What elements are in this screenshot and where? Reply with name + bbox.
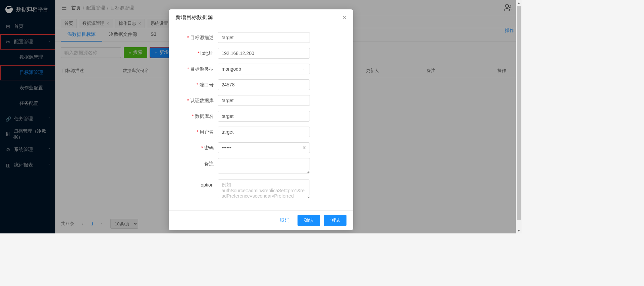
type-select[interactable]: mongodb ⌄ [218, 64, 310, 74]
form-label: *端口号 [177, 79, 218, 90]
chevron-down-icon: ⌄ [303, 67, 306, 71]
form-row-dbname: *数据库名 [177, 111, 345, 122]
select-value: mongodb [222, 66, 241, 72]
form-row-authdb: *认证数据库 [177, 95, 345, 106]
form-label: option [177, 180, 218, 190]
form-label: 备注 [177, 158, 218, 169]
authdb-input[interactable] [218, 95, 310, 106]
password-input[interactable] [218, 142, 310, 153]
form-row-password: *密码 👁 [177, 142, 345, 153]
form-label: *认证数据库 [177, 95, 218, 106]
remark-input[interactable] [218, 158, 310, 173]
form-row-desc: *目标源描述 [177, 32, 345, 43]
form-row-option: option [177, 180, 345, 199]
modal-body: *目标源描述 *ip地址 *目标源类型 mongodb ⌄ [169, 26, 353, 210]
ip-input[interactable] [218, 48, 310, 59]
form-row-port: *端口号 [177, 79, 345, 90]
dbname-input[interactable] [218, 111, 310, 122]
form-label: *目标源描述 [177, 32, 218, 43]
form-row-user: *用户名 [177, 127, 345, 137]
modal: 新增目标数据源 ✕ *目标源描述 *ip地址 *目标源类型 mongodb [169, 9, 353, 230]
scrollbar[interactable]: ▲ ▼ [516, 0, 522, 233]
scroll-up-icon[interactable]: ▲ [516, 0, 522, 6]
option-input[interactable] [218, 180, 310, 198]
modal-footer: 取消 确认 测试 [169, 210, 353, 230]
modal-header: 新增目标数据源 ✕ [169, 9, 353, 26]
form-label: *数据库名 [177, 111, 218, 122]
form-label: *ip地址 [177, 48, 218, 59]
scroll-down-icon[interactable]: ▼ [516, 228, 522, 233]
eye-icon[interactable]: 👁 [302, 145, 307, 150]
user-input[interactable] [218, 127, 310, 137]
modal-mask[interactable]: 新增目标数据源 ✕ *目标源描述 *ip地址 *目标源类型 mongodb [0, 0, 522, 233]
form-row-type: *目标源类型 mongodb ⌄ [177, 64, 345, 74]
form-row-remark: 备注 [177, 158, 345, 174]
form-label: *用户名 [177, 127, 218, 137]
scrollbar-thumb[interactable] [517, 6, 521, 220]
form-label: *目标源类型 [177, 64, 218, 74]
app-root: 数据归档平台 ⊞ 首页 ✂ 配置管理 ˄ 数据源管理 目标源管理 表作业配置 任… [0, 0, 522, 233]
form-row-ip: *ip地址 [177, 48, 345, 59]
port-input[interactable] [218, 79, 310, 90]
form-label: *密码 [177, 142, 218, 153]
desc-input[interactable] [218, 32, 310, 43]
confirm-button[interactable]: 确认 [298, 215, 320, 226]
test-button[interactable]: 测试 [324, 215, 346, 226]
cancel-button[interactable]: 取消 [275, 215, 294, 226]
modal-title: 新增目标数据源 [175, 14, 213, 21]
close-icon[interactable]: ✕ [342, 14, 346, 21]
